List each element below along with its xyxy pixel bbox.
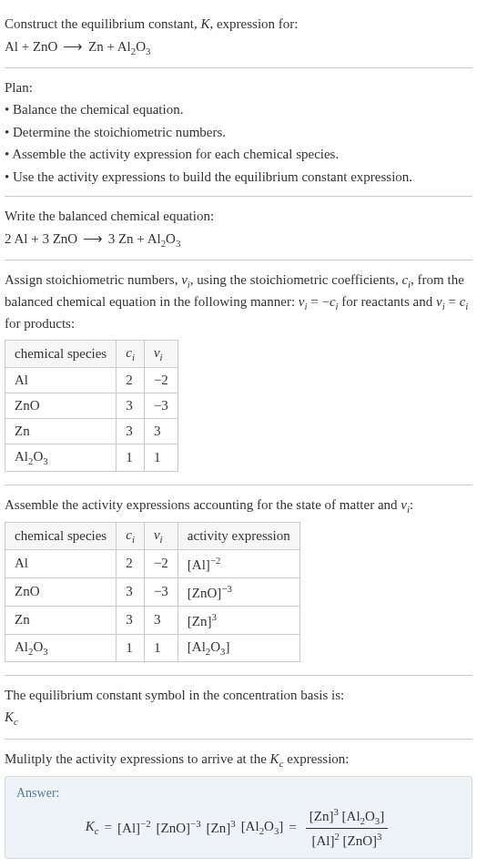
sub-c: c xyxy=(95,825,99,836)
cell-nui: 3 xyxy=(144,418,178,444)
table-row: Al2O3 1 1 [Al2O3] xyxy=(5,634,300,661)
var-c: c xyxy=(126,527,132,542)
text: Assign stoichiometric numbers, xyxy=(5,272,181,287)
var-c: c xyxy=(330,294,336,309)
cell-nui: −2 xyxy=(144,549,178,577)
text: O xyxy=(365,809,375,823)
text: Mulitply the activity expressions to arr… xyxy=(5,751,270,766)
prompt-header: Construct the equilibrium constant, K, e… xyxy=(5,5,472,67)
cell-species: ZnO xyxy=(5,393,117,418)
exponent: −3 xyxy=(221,583,232,594)
cell-species: Zn xyxy=(5,606,117,634)
rhs-part: 3 Zn + Al xyxy=(108,231,161,246)
plan-title: Plan: xyxy=(5,77,472,98)
base: [ZnO] xyxy=(343,833,378,848)
sub-i: i xyxy=(160,352,163,363)
equals: = xyxy=(105,820,112,835)
balanced-equation: 2 Al + 3 ZnO ⟶ 3 Zn + Al2O3 xyxy=(5,229,472,250)
text: ] xyxy=(380,809,384,823)
text: for products: xyxy=(5,316,75,331)
cell-nui: 1 xyxy=(144,634,178,661)
exponent: 2 xyxy=(334,831,339,842)
cell-nui: −3 xyxy=(144,393,178,418)
term: [Al2O3] xyxy=(241,819,284,836)
text: [Al xyxy=(188,639,206,654)
sub-i: i xyxy=(465,301,468,311)
var-nu: ν xyxy=(154,527,160,542)
stoichiometry-table: chemical species ci νi Al 2 −2 ZnO 3 −3 … xyxy=(5,340,178,472)
numerator: [Zn]3 [Al2O3] xyxy=(306,806,388,829)
cell-activity: [Al]−2 xyxy=(178,549,299,577)
text: Assemble the activity expressions accoun… xyxy=(5,497,401,512)
var-K: K xyxy=(5,710,14,724)
table-row: Al2O3 1 1 xyxy=(5,444,178,471)
base: [ZnO] xyxy=(188,586,222,600)
base: [Zn] xyxy=(188,614,212,628)
cell-ci: 1 xyxy=(117,444,145,471)
text: = − xyxy=(307,294,329,309)
cell-nui: −3 xyxy=(144,577,178,606)
cell-species: Al2O3 xyxy=(5,444,117,471)
var-c: c xyxy=(126,345,132,360)
var-nu: ν xyxy=(436,294,442,309)
table-row: Al 2 −2 xyxy=(5,367,178,393)
term: [ZnO]−3 xyxy=(157,818,201,836)
subscript: 3 xyxy=(43,455,47,466)
exponent: 3 xyxy=(212,611,217,622)
text: Al xyxy=(15,449,28,464)
text: Al xyxy=(15,639,28,654)
balanced-title: Write the balanced chemical equation: xyxy=(5,206,472,227)
plan-bullet: • Balance the chemical equation. xyxy=(5,99,472,120)
plan-bullet: • Assemble the activity expression for e… xyxy=(5,144,472,165)
sub-i: i xyxy=(132,352,135,363)
cell-ci: 1 xyxy=(117,634,145,661)
balanced-section: Write the balanced chemical equation: 2 … xyxy=(5,197,472,260)
activity-table: chemical species ci νi activity expressi… xyxy=(5,522,300,662)
arrow-icon: ⟶ xyxy=(61,36,85,57)
col-nui: νi xyxy=(144,340,178,367)
cell-activity: [Al2O3] xyxy=(178,634,299,661)
rhs-part: O xyxy=(166,231,176,246)
exponent: 3 xyxy=(333,806,338,817)
exponent: −2 xyxy=(140,818,151,829)
text: [Al xyxy=(342,809,360,823)
exponent: −3 xyxy=(190,818,201,829)
text: O xyxy=(33,449,43,464)
col-species: chemical species xyxy=(5,340,117,367)
fraction: [Zn]3 [Al2O3] [Al]2 [ZnO]3 xyxy=(306,806,388,849)
exponent: 3 xyxy=(230,818,235,829)
base: [ZnO] xyxy=(157,821,191,835)
text: O xyxy=(264,819,274,833)
symbol-section: The equilibrium constant symbol in the c… xyxy=(5,676,472,739)
prompt-line-1: Construct the equilibrium constant, K, e… xyxy=(5,14,472,35)
exponent: −2 xyxy=(210,555,221,566)
subscript: 3 xyxy=(146,46,150,56)
var-nu: ν xyxy=(181,272,188,287)
text: [Al xyxy=(241,819,259,833)
base: [Al] xyxy=(188,557,210,572)
cell-ci: 3 xyxy=(117,606,145,634)
col-species: chemical species xyxy=(5,522,117,549)
plan-section: Plan: • Balance the chemical equation. •… xyxy=(5,68,472,197)
base: [Zn] xyxy=(207,821,231,835)
lhs: 2 Al + 3 ZnO xyxy=(5,231,77,246)
rhs-part: Zn + Al xyxy=(88,39,131,54)
sub-i: i xyxy=(160,534,163,545)
cell-ci: 2 xyxy=(117,367,145,393)
plan-bullet: • Determine the stoichiometric numbers. xyxy=(5,122,472,143)
var-K: K xyxy=(86,819,95,833)
base: [Al] xyxy=(117,821,140,835)
text: expression: xyxy=(283,751,349,766)
text: for reactants and xyxy=(339,294,436,309)
cell-ci: 3 xyxy=(117,577,145,606)
subscript: 3 xyxy=(176,238,180,249)
multiply-section: Mulitply the activity expressions to arr… xyxy=(5,740,472,866)
assemble-text: Assemble the activity expressions accoun… xyxy=(5,495,472,516)
cell-ci: 3 xyxy=(117,393,145,418)
text: , expression for: xyxy=(209,16,298,31)
exponent: 3 xyxy=(377,831,381,842)
symbol-text: The equilibrium constant symbol in the c… xyxy=(5,685,472,706)
text: Construct the equilibrium constant, xyxy=(5,16,200,31)
cell-nui: 3 xyxy=(144,606,178,634)
term: [Al]−2 xyxy=(117,818,151,836)
